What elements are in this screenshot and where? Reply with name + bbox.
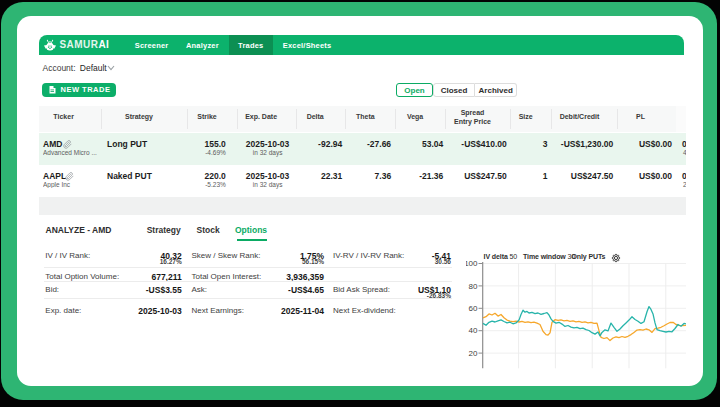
- svg-text:60: 60: [469, 303, 478, 312]
- svg-text:20: 20: [469, 348, 478, 357]
- svg-text:100: 100: [466, 260, 478, 268]
- svg-text:80: 80: [469, 281, 478, 290]
- svg-text:40: 40: [469, 326, 478, 335]
